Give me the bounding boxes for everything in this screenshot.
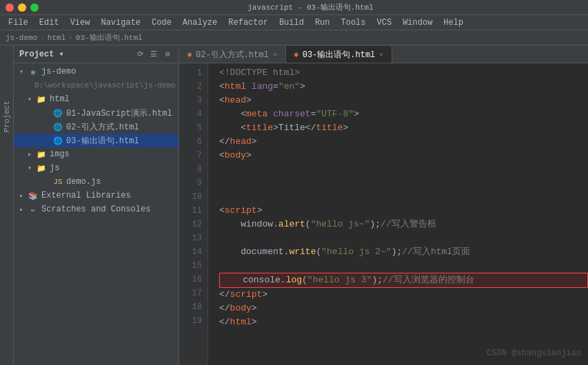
menu-item-help[interactable]: Help xyxy=(438,17,469,29)
line-number: 18 xyxy=(179,300,202,314)
menu-item-refactor[interactable]: Refactor xyxy=(223,17,274,29)
html-file-icon: 🌐 xyxy=(52,109,63,118)
tree-item-imgs[interactable]: ▸ 📁 imgs xyxy=(14,147,179,161)
code-token: > xyxy=(246,149,252,163)
tab-02html[interactable]: ◉ 02-引入方式.html ✕ xyxy=(179,46,286,63)
expand-arrow: ▸ xyxy=(28,150,36,158)
tree-item-02html[interactable]: 🌐 02-引入方式.html xyxy=(14,120,179,134)
line-number: 16 xyxy=(179,273,202,286)
code-token: ( xyxy=(302,273,307,287)
tree-label: js xyxy=(50,163,59,173)
watermark: CSDN @shangxianjiao xyxy=(487,348,581,358)
line-number: 19 xyxy=(179,314,202,328)
maximize-icon[interactable] xyxy=(30,3,39,12)
code-token: //写入警告框 xyxy=(381,218,436,231)
tab-close-icon[interactable]: ✕ xyxy=(379,50,383,59)
code-line: </body> xyxy=(219,302,588,315)
menu-item-file[interactable]: File xyxy=(3,17,34,29)
code-token: ( xyxy=(316,245,321,259)
code-line xyxy=(219,163,588,176)
code-line: document.write("hello js 2~");//写入html页面 xyxy=(219,245,588,259)
menu-item-edit[interactable]: Edit xyxy=(34,17,65,29)
tree-item-scratches[interactable]: ▸ ✏ Scratches and Consoles xyxy=(14,202,179,216)
line-number: 10 xyxy=(179,190,202,204)
code-token: < xyxy=(219,80,225,94)
project-sidebar: Project ▾ ⟳ ☰ ⚙ ▾ ◉ js-demo D:\workspace… xyxy=(14,45,179,365)
main-layout: Project Project ▾ ⟳ ☰ ⚙ ▾ ◉ js-demo D:\w… xyxy=(0,45,588,365)
breadcrumb-item[interactable]: html xyxy=(48,34,65,42)
line-number: 8 xyxy=(179,163,202,176)
code-token: ); xyxy=(369,218,381,231)
editor-tabs: ◉ 02-引入方式.html ✕ ◉ 03-输出语句.html ✕ xyxy=(179,45,588,63)
code-token: document. xyxy=(219,245,289,259)
code-line xyxy=(219,231,588,245)
expand-arrow: ▾ xyxy=(19,67,28,76)
menu-item-code[interactable]: Code xyxy=(146,17,177,29)
tree-label: imgs xyxy=(50,149,70,159)
tree-item-extlib[interactable]: ▸ 📚 External Libraries xyxy=(14,189,179,202)
code-token: title xyxy=(246,121,273,135)
code-token: ); xyxy=(392,245,403,259)
code-line: </html> xyxy=(219,315,588,329)
code-token: </ xyxy=(219,135,230,149)
code-token: < xyxy=(219,204,225,218)
line-number: 1 xyxy=(179,66,202,80)
menu-item-build[interactable]: Build xyxy=(274,17,310,29)
menu-item-window[interactable]: Window xyxy=(397,17,438,29)
tab-close-icon[interactable]: ✕ xyxy=(273,50,277,59)
project-panel-toggle[interactable]: Project xyxy=(0,45,14,365)
collapse-icon[interactable]: ☰ xyxy=(148,49,159,60)
code-token: < xyxy=(219,121,246,135)
menu-item-navigate[interactable]: Navigate xyxy=(95,17,146,29)
close-icon[interactable] xyxy=(6,3,14,12)
tab-html-icon: ◉ xyxy=(294,50,298,59)
tree-item-html[interactable]: ▾ 📁 html xyxy=(14,92,179,106)
menu-item-vcs[interactable]: VCS xyxy=(372,17,398,29)
line-number: 7 xyxy=(179,149,202,163)
code-token: = xyxy=(311,107,316,121)
tab-03html[interactable]: ◉ 03-输出语句.html ✕ xyxy=(286,46,393,63)
tree-item-js[interactable]: ▾ 📁 js xyxy=(14,161,179,175)
project-icon: ◉ xyxy=(28,67,39,76)
tree-label: Scratches and Consoles xyxy=(41,205,150,214)
minimize-icon[interactable] xyxy=(18,3,26,12)
menu-item-run[interactable]: Run xyxy=(310,17,336,29)
tree-item-03html[interactable]: 🌐 03-输出语句.html xyxy=(14,134,179,147)
menu-item-analyze[interactable]: Analyze xyxy=(177,17,223,29)
tree-item-01html[interactable]: 🌐 01-JavaScript演示.html xyxy=(14,106,179,120)
code-line: </head> xyxy=(219,135,588,149)
line-number: 13 xyxy=(179,231,202,245)
settings-icon[interactable]: ⚙ xyxy=(162,49,173,60)
code-token: > xyxy=(354,107,359,121)
code-token: "hello js 2~" xyxy=(321,245,391,259)
code-token: html xyxy=(230,315,252,329)
breadcrumb-item[interactable]: js-demo xyxy=(6,34,37,42)
sync-icon[interactable]: ⟳ xyxy=(134,49,145,60)
menu-item-tools[interactable]: Tools xyxy=(336,17,372,29)
code-token: lang xyxy=(252,80,273,94)
line-number: 3 xyxy=(179,94,202,107)
code-token: write xyxy=(289,245,316,259)
code-token: "UTF-8" xyxy=(316,107,354,121)
tab-label: 02-引入方式.html xyxy=(196,49,269,61)
code-token xyxy=(246,80,252,94)
window-title: javascript - 03-输出语句.html xyxy=(247,2,374,12)
code-editor[interactable]: <!DOCTYPE html><html lang="en"><head> <m… xyxy=(208,63,588,365)
code-token: script xyxy=(230,288,263,302)
breadcrumb-item[interactable]: 03-输出语句.html xyxy=(76,32,143,43)
code-line: window.alert("hello js~");//写入警告框 xyxy=(219,218,588,231)
line-number: 14 xyxy=(179,245,202,259)
js-file-icon: JS xyxy=(52,178,63,186)
tree-item-js-demo[interactable]: ▾ ◉ js-demo xyxy=(14,65,179,79)
code-line: <title>Title</title> xyxy=(219,121,588,135)
menu-item-view[interactable]: View xyxy=(65,17,96,29)
code-token: > xyxy=(252,135,257,149)
folder-icon: 📁 xyxy=(36,95,47,104)
project-label: Project xyxy=(3,101,11,132)
tree-item-demojs[interactable]: JS demo.js xyxy=(14,175,179,189)
code-token: body xyxy=(225,149,246,163)
root-path-text: D:\workspace\javascript\js-demo xyxy=(34,81,176,90)
window-controls xyxy=(6,3,39,12)
tree-label: 03-输出语句.html xyxy=(66,135,139,147)
tree-label: html xyxy=(50,94,70,104)
